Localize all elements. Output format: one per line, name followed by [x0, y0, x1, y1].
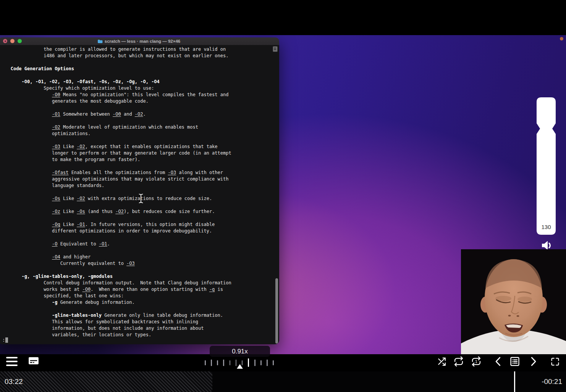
volume-value: 130: [537, 224, 556, 230]
window-title-group: scratch — less · man clang — 92×46: [97, 39, 180, 44]
man-page-text: the compiler is allowed to generate inst…: [2, 46, 231, 338]
less-prompt: :: [2, 337, 5, 343]
scroll-marker-icon: [273, 46, 278, 52]
screen: scratch — less · man clang — 92×46 the c…: [0, 0, 566, 392]
repeat-button[interactable]: [452, 355, 465, 368]
close-button[interactable]: [3, 39, 7, 43]
presenter-portrait: [461, 249, 566, 354]
timeline[interactable]: 03:22 -00:21: [0, 371, 566, 392]
chevron-left-icon: [493, 356, 503, 367]
speed-pointer-icon[interactable]: [237, 364, 243, 369]
terminal-body[interactable]: the compiler is allowed to generate inst…: [0, 45, 279, 344]
playlist-icon: [509, 356, 520, 367]
zoom-button[interactable]: [18, 39, 22, 43]
unsaved-dot-icon: [5, 40, 6, 42]
fullscreen-button[interactable]: [548, 355, 561, 368]
elapsed-time: 03:22: [5, 371, 23, 392]
fullscreen-icon: [550, 357, 560, 367]
subtitles-icon: [27, 355, 40, 366]
window-title: scratch — less · man clang — 92×46: [105, 39, 180, 44]
repeat-one-icon: 1: [471, 356, 482, 367]
playlist-button[interactable]: [508, 355, 521, 368]
recording-indicator-dot: [560, 37, 563, 40]
terminal-cursor: [5, 337, 8, 343]
playhead-cursor[interactable]: [514, 371, 515, 392]
top-letterbox: [0, 0, 566, 35]
previous-button[interactable]: [492, 355, 505, 368]
shuffle-button[interactable]: [436, 355, 449, 368]
terminal-titlebar[interactable]: scratch — less · man clang — 92×46: [0, 37, 279, 45]
repeat-one-button[interactable]: 1: [470, 355, 483, 368]
chevron-right-icon: [528, 356, 538, 367]
less-prompt-line: :: [2, 337, 8, 343]
menu-button[interactable]: [5, 355, 18, 368]
terminal-window: scratch — less · man clang — 92×46 the c…: [0, 37, 279, 344]
shuffle-icon: [437, 357, 448, 367]
speed-value: 0.91x: [232, 348, 248, 355]
scrollbar-thumb[interactable]: [275, 278, 278, 344]
webcam-overlay: [461, 249, 566, 354]
next-button[interactable]: [527, 355, 540, 368]
speed-tooltip: 0.91x: [210, 346, 270, 357]
timeline-hatched-region: [0, 371, 212, 392]
traffic-lights: [3, 39, 22, 43]
svg-text:1: 1: [475, 359, 477, 364]
subtitles-button[interactable]: [27, 354, 40, 367]
remaining-time: -00:21: [542, 371, 562, 392]
volume-slider[interactable]: 130: [537, 97, 556, 235]
minimize-button[interactable]: [10, 39, 15, 43]
repeat-icon: [453, 356, 464, 367]
folder-icon: [97, 39, 103, 44]
menu-icon: [6, 357, 18, 366]
